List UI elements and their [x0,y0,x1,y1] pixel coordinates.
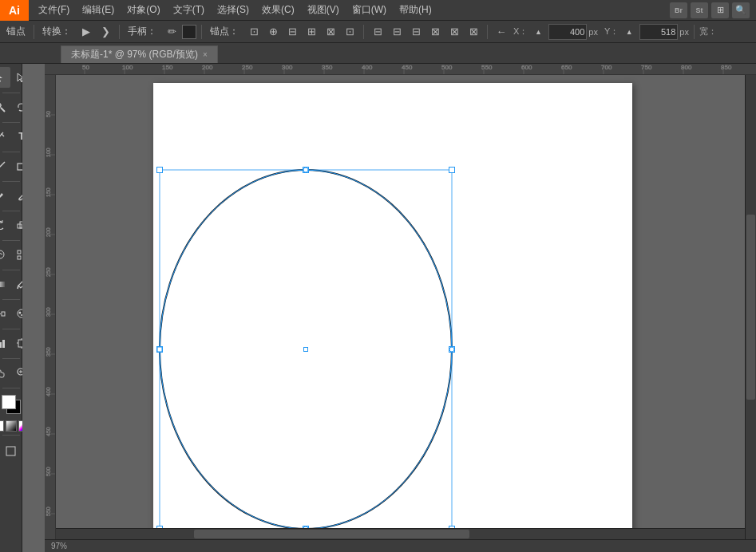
handle-tr[interactable] [449,168,455,173]
handle-icon-1[interactable]: ✏ [163,23,180,41]
status-bar: 97% [45,539,756,552]
scroll-thumb-horizontal[interactable] [194,530,469,538]
scrollbar-vertical[interactable] [745,75,756,539]
align-right-icon[interactable]: ⊟ [407,23,425,41]
tool-sep-9 [2,329,20,329]
drawing-svg [153,83,632,539]
gradient-swatch[interactable] [6,420,17,432]
menu-help[interactable]: 帮助(H) [393,0,438,20]
stock-icon[interactable]: St [691,2,708,18]
anchor-distribute-v[interactable]: ⊡ [341,23,358,41]
svg-text:50: 50 [82,64,89,71]
y-input[interactable] [639,24,678,40]
svg-text:700: 700 [601,64,612,71]
svg-rect-15 [18,256,21,259]
align-icons: ⊟ ⊟ ⊟ ⊠ ⊠ ⊠ [369,23,482,41]
x-field-group: X： ▲ px [513,23,598,41]
menu-right-icons: Br St ⊞ 🔍 [670,2,756,18]
tool-sep-11 [2,388,20,388]
menu-view[interactable]: 视图(V) [301,0,346,20]
svg-text:600: 600 [521,64,532,71]
svg-text:100: 100 [122,64,133,71]
menu-select[interactable]: 选择(S) [211,0,255,20]
align-top-icon[interactable]: ⊠ [426,23,444,41]
search-icon[interactable]: 🔍 [732,2,750,18]
menu-file[interactable]: 文件(F) [32,0,76,20]
none-swatch[interactable] [0,420,4,432]
rotate-tool[interactable] [0,215,10,235]
convert-smooth-icon[interactable]: ❯ [97,23,114,41]
align-center-v-icon[interactable]: ⊠ [445,23,463,41]
handle-tl[interactable] [157,168,163,173]
paintbrush-tool[interactable] [0,185,10,206]
convert-corner-icon[interactable]: ▶ [77,23,95,41]
menu-edit[interactable]: 编辑(E) [76,0,121,20]
svg-text:400: 400 [362,64,373,71]
bridge-icon[interactable]: Br [670,2,687,18]
handle-label: 手柄： [125,25,160,38]
svg-text:800: 800 [681,64,692,71]
fill-swatch[interactable] [2,395,16,409]
tool-sep-8 [2,299,20,300]
pen-tool[interactable] [0,126,10,147]
anchor-distribute-h[interactable]: ⊠ [322,23,339,41]
scroll-thumb-vertical[interactable] [746,215,755,400]
menu-object[interactable]: 对象(O) [121,0,166,20]
svg-marker-0 [0,73,2,82]
tool-sep-12 [2,435,20,436]
anchor-left-selected[interactable] [157,347,162,352]
tool-sep-10 [2,358,20,359]
canvas-viewport[interactable] [34,75,745,539]
svg-rect-27 [2,340,5,348]
anchor-icons: ⊡ ⊕ ⊟ ⊞ ⊠ ⊡ [245,23,358,41]
divider-3 [201,25,202,39]
gradient-tool[interactable] [0,274,10,294]
x-input[interactable] [548,24,587,40]
ruler-horizontal: 50 100 150 200 250 300 350 400 450 500 5… [45,64,756,75]
scrollbar-horizontal[interactable] [56,528,745,539]
warp-tool[interactable] [0,244,10,265]
canvas-area[interactable]: 50 100 150 200 250 300 350 400 450 500 5… [22,64,756,552]
x-label: X： [513,26,528,37]
anchor-drop-icon[interactable]: ⊡ [245,23,263,41]
anchor-move-icon[interactable]: ⊕ [264,23,282,41]
tool-sep-1 [2,93,20,93]
menu-bar: Ai 文件(F) 编辑(E) 对象(O) 文字(T) 选择(S) 效果(C) 视… [0,0,756,21]
divider-6 [694,25,695,39]
blend-tool[interactable] [0,303,10,324]
menu-window[interactable]: 窗口(W) [346,0,393,20]
svg-text:750: 750 [641,64,652,71]
svg-text:250: 250 [242,64,253,71]
line-tool[interactable] [0,156,10,176]
convert-label: 转换： [39,25,74,38]
arrow-left-icon[interactable]: ← [493,23,510,41]
magic-wand-tool[interactable] [0,97,10,117]
left-toolbar: T [0,64,22,552]
change-screen-mode[interactable] [1,440,22,461]
y-unit: px [679,27,689,37]
menu-effect[interactable]: 效果(C) [255,0,301,20]
x-arrow-up[interactable]: ▲ [529,23,547,41]
align-left-icon[interactable]: ⊟ [369,23,386,41]
svg-text:850: 850 [721,64,732,71]
tab-close-button[interactable]: × [203,50,208,59]
divider-4 [363,25,364,39]
align-bottom-icon[interactable]: ⊠ [465,23,482,41]
y-arrow-up[interactable]: ▲ [620,23,638,41]
svg-text:300: 300 [282,64,293,71]
menu-type[interactable]: 文字(T) [167,0,211,20]
hand-tool[interactable] [0,362,10,383]
select-tool[interactable] [0,67,10,88]
fill-stroke-swatches[interactable] [2,395,21,414]
chart-tool[interactable] [0,333,10,353]
tool-sep-4 [2,181,20,182]
workspace-icon[interactable]: ⊞ [711,2,729,18]
svg-point-22 [18,311,21,313]
align-center-h-icon[interactable]: ⊟ [388,23,406,41]
anchor-align-v[interactable]: ⊞ [303,23,320,41]
width-label: 宽： [699,26,717,37]
anchor-align-h[interactable]: ⊟ [283,23,301,41]
svg-rect-13 [18,250,21,254]
svg-line-2 [1,108,5,112]
tab-main[interactable]: 未标题-1* @ 97% (RGB/预览) × [61,45,218,63]
